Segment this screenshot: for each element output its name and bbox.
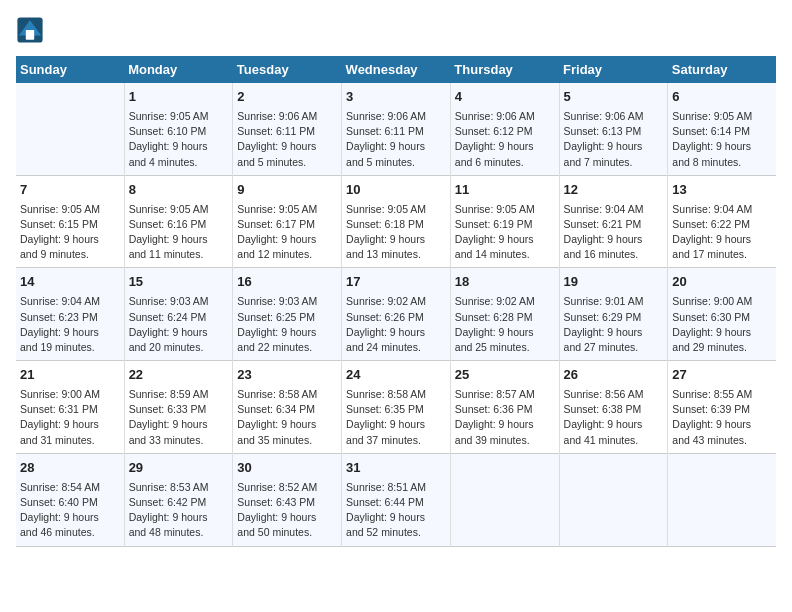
logo [16, 16, 46, 44]
day-cell: 12Sunrise: 9:04 AM Sunset: 6:21 PM Dayli… [559, 175, 668, 268]
day-cell: 22Sunrise: 8:59 AM Sunset: 6:33 PM Dayli… [124, 361, 233, 454]
header-cell-monday: Monday [124, 56, 233, 83]
day-cell: 14Sunrise: 9:04 AM Sunset: 6:23 PM Dayli… [16, 268, 124, 361]
day-cell: 3Sunrise: 9:06 AM Sunset: 6:11 PM Daylig… [342, 83, 451, 175]
day-number: 15 [129, 273, 229, 292]
week-row-3: 14Sunrise: 9:04 AM Sunset: 6:23 PM Dayli… [16, 268, 776, 361]
header-cell-sunday: Sunday [16, 56, 124, 83]
day-number: 19 [564, 273, 664, 292]
week-row-4: 21Sunrise: 9:00 AM Sunset: 6:31 PM Dayli… [16, 361, 776, 454]
day-number: 31 [346, 459, 446, 478]
day-info: Sunrise: 9:05 AM Sunset: 6:15 PM Dayligh… [20, 202, 120, 263]
day-info: Sunrise: 9:06 AM Sunset: 6:12 PM Dayligh… [455, 109, 555, 170]
week-row-1: 1Sunrise: 9:05 AM Sunset: 6:10 PM Daylig… [16, 83, 776, 175]
svg-rect-2 [26, 30, 34, 40]
day-number: 23 [237, 366, 337, 385]
day-number: 11 [455, 181, 555, 200]
day-cell: 23Sunrise: 8:58 AM Sunset: 6:34 PM Dayli… [233, 361, 342, 454]
day-info: Sunrise: 8:53 AM Sunset: 6:42 PM Dayligh… [129, 480, 229, 541]
day-info: Sunrise: 9:02 AM Sunset: 6:28 PM Dayligh… [455, 294, 555, 355]
header-cell-friday: Friday [559, 56, 668, 83]
header-cell-saturday: Saturday [668, 56, 776, 83]
day-cell: 30Sunrise: 8:52 AM Sunset: 6:43 PM Dayli… [233, 453, 342, 546]
day-cell: 4Sunrise: 9:06 AM Sunset: 6:12 PM Daylig… [450, 83, 559, 175]
day-number: 9 [237, 181, 337, 200]
day-cell [450, 453, 559, 546]
day-info: Sunrise: 9:06 AM Sunset: 6:11 PM Dayligh… [346, 109, 446, 170]
day-info: Sunrise: 9:05 AM Sunset: 6:17 PM Dayligh… [237, 202, 337, 263]
day-info: Sunrise: 8:57 AM Sunset: 6:36 PM Dayligh… [455, 387, 555, 448]
week-row-5: 28Sunrise: 8:54 AM Sunset: 6:40 PM Dayli… [16, 453, 776, 546]
week-row-2: 7Sunrise: 9:05 AM Sunset: 6:15 PM Daylig… [16, 175, 776, 268]
day-number: 6 [672, 88, 772, 107]
day-cell: 10Sunrise: 9:05 AM Sunset: 6:18 PM Dayli… [342, 175, 451, 268]
day-cell: 28Sunrise: 8:54 AM Sunset: 6:40 PM Dayli… [16, 453, 124, 546]
day-cell: 19Sunrise: 9:01 AM Sunset: 6:29 PM Dayli… [559, 268, 668, 361]
day-info: Sunrise: 9:02 AM Sunset: 6:26 PM Dayligh… [346, 294, 446, 355]
logo-icon [16, 16, 44, 44]
day-number: 20 [672, 273, 772, 292]
day-number: 1 [129, 88, 229, 107]
day-cell: 1Sunrise: 9:05 AM Sunset: 6:10 PM Daylig… [124, 83, 233, 175]
day-info: Sunrise: 9:06 AM Sunset: 6:13 PM Dayligh… [564, 109, 664, 170]
day-info: Sunrise: 8:58 AM Sunset: 6:35 PM Dayligh… [346, 387, 446, 448]
day-cell: 6Sunrise: 9:05 AM Sunset: 6:14 PM Daylig… [668, 83, 776, 175]
day-cell: 25Sunrise: 8:57 AM Sunset: 6:36 PM Dayli… [450, 361, 559, 454]
day-cell [668, 453, 776, 546]
day-info: Sunrise: 9:04 AM Sunset: 6:21 PM Dayligh… [564, 202, 664, 263]
day-number: 16 [237, 273, 337, 292]
day-info: Sunrise: 9:05 AM Sunset: 6:19 PM Dayligh… [455, 202, 555, 263]
day-number: 24 [346, 366, 446, 385]
day-number: 21 [20, 366, 120, 385]
day-number: 25 [455, 366, 555, 385]
day-info: Sunrise: 9:03 AM Sunset: 6:24 PM Dayligh… [129, 294, 229, 355]
day-info: Sunrise: 9:05 AM Sunset: 6:18 PM Dayligh… [346, 202, 446, 263]
calendar-table: SundayMondayTuesdayWednesdayThursdayFrid… [16, 56, 776, 547]
day-info: Sunrise: 9:04 AM Sunset: 6:23 PM Dayligh… [20, 294, 120, 355]
day-cell: 5Sunrise: 9:06 AM Sunset: 6:13 PM Daylig… [559, 83, 668, 175]
day-info: Sunrise: 8:52 AM Sunset: 6:43 PM Dayligh… [237, 480, 337, 541]
day-cell: 26Sunrise: 8:56 AM Sunset: 6:38 PM Dayli… [559, 361, 668, 454]
day-info: Sunrise: 9:05 AM Sunset: 6:14 PM Dayligh… [672, 109, 772, 170]
day-number: 18 [455, 273, 555, 292]
day-cell: 31Sunrise: 8:51 AM Sunset: 6:44 PM Dayli… [342, 453, 451, 546]
day-number: 17 [346, 273, 446, 292]
day-info: Sunrise: 9:00 AM Sunset: 6:31 PM Dayligh… [20, 387, 120, 448]
day-cell: 27Sunrise: 8:55 AM Sunset: 6:39 PM Dayli… [668, 361, 776, 454]
day-cell: 2Sunrise: 9:06 AM Sunset: 6:11 PM Daylig… [233, 83, 342, 175]
day-info: Sunrise: 9:01 AM Sunset: 6:29 PM Dayligh… [564, 294, 664, 355]
day-cell: 13Sunrise: 9:04 AM Sunset: 6:22 PM Dayli… [668, 175, 776, 268]
day-info: Sunrise: 9:06 AM Sunset: 6:11 PM Dayligh… [237, 109, 337, 170]
day-info: Sunrise: 9:05 AM Sunset: 6:10 PM Dayligh… [129, 109, 229, 170]
day-number: 14 [20, 273, 120, 292]
header-cell-wednesday: Wednesday [342, 56, 451, 83]
day-cell: 24Sunrise: 8:58 AM Sunset: 6:35 PM Dayli… [342, 361, 451, 454]
day-cell: 21Sunrise: 9:00 AM Sunset: 6:31 PM Dayli… [16, 361, 124, 454]
day-cell: 8Sunrise: 9:05 AM Sunset: 6:16 PM Daylig… [124, 175, 233, 268]
day-number: 4 [455, 88, 555, 107]
day-info: Sunrise: 8:56 AM Sunset: 6:38 PM Dayligh… [564, 387, 664, 448]
day-number: 10 [346, 181, 446, 200]
day-cell: 15Sunrise: 9:03 AM Sunset: 6:24 PM Dayli… [124, 268, 233, 361]
day-cell: 9Sunrise: 9:05 AM Sunset: 6:17 PM Daylig… [233, 175, 342, 268]
day-cell: 7Sunrise: 9:05 AM Sunset: 6:15 PM Daylig… [16, 175, 124, 268]
day-cell: 17Sunrise: 9:02 AM Sunset: 6:26 PM Dayli… [342, 268, 451, 361]
day-cell: 16Sunrise: 9:03 AM Sunset: 6:25 PM Dayli… [233, 268, 342, 361]
day-info: Sunrise: 9:03 AM Sunset: 6:25 PM Dayligh… [237, 294, 337, 355]
day-number: 30 [237, 459, 337, 478]
day-info: Sunrise: 8:55 AM Sunset: 6:39 PM Dayligh… [672, 387, 772, 448]
day-number: 7 [20, 181, 120, 200]
day-cell: 20Sunrise: 9:00 AM Sunset: 6:30 PM Dayli… [668, 268, 776, 361]
day-cell: 29Sunrise: 8:53 AM Sunset: 6:42 PM Dayli… [124, 453, 233, 546]
day-info: Sunrise: 8:54 AM Sunset: 6:40 PM Dayligh… [20, 480, 120, 541]
day-number: 12 [564, 181, 664, 200]
day-number: 26 [564, 366, 664, 385]
header-row: SundayMondayTuesdayWednesdayThursdayFrid… [16, 56, 776, 83]
day-cell: 18Sunrise: 9:02 AM Sunset: 6:28 PM Dayli… [450, 268, 559, 361]
day-number: 22 [129, 366, 229, 385]
header-cell-tuesday: Tuesday [233, 56, 342, 83]
day-info: Sunrise: 8:58 AM Sunset: 6:34 PM Dayligh… [237, 387, 337, 448]
page-header [16, 16, 776, 44]
day-number: 3 [346, 88, 446, 107]
day-number: 29 [129, 459, 229, 478]
